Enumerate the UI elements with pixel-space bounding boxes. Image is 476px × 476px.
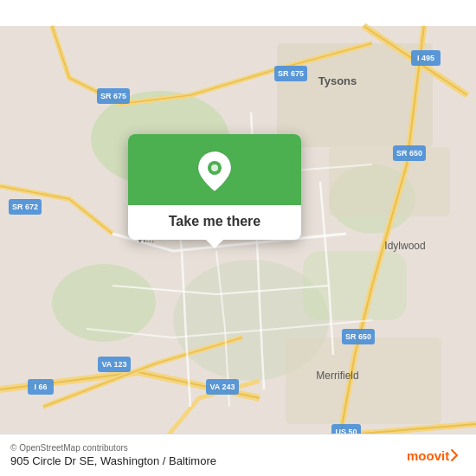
moovit-logo-svg: moovit (403, 441, 466, 469)
svg-text:Idylwood: Idylwood (384, 240, 425, 252)
svg-text:VA 243: VA 243 (209, 383, 235, 391)
popup-card: Take me there (128, 134, 301, 240)
map-container: SR 675 SR 675 SR 650 SR 650 SR 672 I 495… (0, 0, 476, 476)
copyright-text: © OpenStreetMap contributors (10, 443, 216, 453)
svg-text:I 66: I 66 (34, 383, 47, 391)
take-me-there-button[interactable]: Take me there (169, 214, 261, 229)
svg-text:Merrifield: Merrifield (316, 370, 358, 382)
svg-text:SR 650: SR 650 (345, 332, 371, 341)
svg-text:I 495: I 495 (417, 54, 434, 62)
svg-text:SR 650: SR 650 (396, 149, 422, 158)
svg-text:SR 675: SR 675 (278, 69, 304, 78)
popup-top (128, 134, 301, 205)
svg-text:VA 123: VA 123 (101, 360, 126, 369)
popup-bottom: Take me there (151, 205, 278, 240)
svg-rect-8 (286, 338, 441, 424)
bottom-bar: © OpenStreetMap contributors 905 Circle … (0, 434, 476, 476)
location-pin-icon (196, 150, 234, 193)
svg-text:SR 672: SR 672 (12, 203, 38, 211)
svg-point-34 (211, 164, 218, 171)
bottom-left: © OpenStreetMap contributors 905 Circle … (10, 443, 216, 467)
address-text: 905 Circle Dr SE, Washington / Baltimore (10, 454, 216, 467)
svg-text:Tysons: Tysons (318, 74, 357, 87)
svg-text:SR 675: SR 675 (100, 92, 126, 100)
moovit-logo[interactable]: moovit (403, 441, 466, 469)
svg-rect-7 (329, 147, 450, 216)
svg-text:moovit: moovit (407, 448, 449, 463)
